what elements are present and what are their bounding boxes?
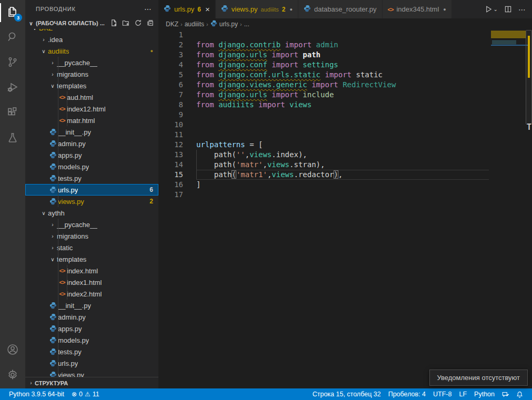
tab-problems-count: 2 — [282, 6, 286, 13]
tree-folder-templates[interactable]: ∨templates — [25, 80, 158, 91]
chevron-right-icon: › — [48, 245, 57, 251]
tab-views.py[interactable]: views.pyaudiiits2● — [216, 0, 298, 18]
refresh-icon[interactable] — [134, 19, 142, 28]
sidebar-more-actions-icon[interactable]: ⋯ — [144, 5, 152, 13]
python-file-icon — [221, 5, 228, 14]
tree-folder-__pycache__[interactable]: ›__pycache__ — [25, 219, 158, 230]
encoding-status[interactable]: UTF-8 — [429, 388, 455, 400]
eol-status[interactable]: LF — [455, 388, 470, 400]
tree-file-index1.html[interactable]: <>index1.html — [25, 276, 158, 288]
breadcrumb-item[interactable]: ... — [244, 20, 249, 28]
tree-item-label: templates — [57, 255, 86, 263]
tree-item-label: views.py — [58, 198, 84, 206]
tree-file-apps.py[interactable]: apps.py — [25, 149, 158, 161]
chevron-right-icon: › — [39, 37, 48, 43]
tree-file-index12.html[interactable]: <>index12.html — [25, 103, 158, 115]
activitybar-account[interactable] — [0, 338, 25, 363]
breadcrumb-item[interactable]: audiiits — [185, 20, 204, 28]
tree-folder-migrations[interactable]: ›migrations — [25, 68, 158, 80]
tree-folder-templates[interactable]: ∨templates — [25, 253, 158, 265]
python-interpreter-status[interactable]: Python 3.9.5 64-bit — [5, 388, 68, 400]
code-line-13: path('',views.index), — [196, 150, 489, 160]
close-icon[interactable]: × — [205, 5, 210, 14]
activitybar-source-control[interactable] — [0, 50, 25, 76]
code-line-12: urlpatterns = [ — [196, 140, 489, 150]
dirty-dot-icon[interactable]: ● — [443, 7, 446, 12]
problems-status[interactable]: ⊗ 0 ⚠ 11 — [68, 388, 103, 400]
activitybar-testing[interactable] — [0, 126, 25, 151]
tab-urls.py[interactable]: urls.py6× — [158, 0, 216, 18]
editor-group: urls.py6×views.pyaudiiits2●database_roou… — [158, 0, 532, 388]
tree-item-label: index2.html — [67, 290, 102, 298]
indent-guide — [58, 300, 58, 311]
explorer-badge: 3 — [14, 14, 22, 22]
tree-file-admin.py[interactable]: admin.py — [25, 311, 158, 323]
activitybar-settings[interactable] — [0, 363, 25, 388]
more-actions-icon[interactable]: ⋯ — [518, 5, 526, 14]
tree-file-index.html[interactable]: <>index.html — [25, 265, 158, 276]
breadcrumb-separator: › — [206, 21, 208, 27]
tree-file-urls.py[interactable]: urls.py — [25, 357, 158, 369]
indent-guide — [58, 334, 58, 346]
minimap[interactable] — [491, 30, 526, 388]
breadcrumb-item[interactable]: urls.py — [219, 20, 238, 28]
extensions-icon — [6, 106, 19, 121]
activitybar-search[interactable] — [0, 25, 25, 50]
tree-folder-__pycache__[interactable]: ›__pycache__ — [25, 57, 158, 68]
activitybar-explorer[interactable]: 3 — [0, 0, 25, 25]
chevron-down-icon: ∨ — [39, 48, 48, 54]
new-file-icon[interactable] — [110, 19, 118, 28]
dirty-dot-icon[interactable]: ● — [290, 7, 293, 12]
activitybar-run-debug[interactable] — [0, 76, 25, 101]
breadcrumb-item[interactable]: DKZ — [166, 20, 178, 28]
tree-folder-.idea[interactable]: ›.idea — [25, 34, 158, 45]
collapse-all-icon[interactable] — [146, 19, 154, 28]
tree-file-models.py[interactable]: models.py — [25, 161, 158, 172]
chevron-down-icon[interactable]: ⌄ — [494, 6, 498, 12]
tree-file-tests.py[interactable]: tests.py — [25, 346, 158, 357]
tree-file-apps.py[interactable]: apps.py — [25, 323, 158, 334]
notification-text: Уведомления отсутствуют — [437, 374, 520, 382]
gear-icon — [6, 368, 19, 383]
tree-file-__init__.py[interactable]: __init__.py — [25, 126, 158, 138]
python-file-icon — [48, 336, 58, 344]
tree-folder-aythh[interactable]: ∨aythh — [25, 207, 158, 219]
indentation-status[interactable]: Пробелов: 4 — [385, 388, 429, 400]
tree-file-views.py[interactable]: views.py — [25, 369, 158, 377]
tree-file-aud.html[interactable]: <>aud.html — [25, 91, 158, 103]
indent-guide — [58, 253, 58, 265]
tree-item-label: index.html — [67, 267, 98, 275]
explorer-sidebar: ПРОВОДНИК ⋯ ∨ (РАБОЧАЯ ОБЛАСТЬ) ... ∨DKZ… — [25, 0, 158, 388]
tree-file-tests.py[interactable]: tests.py — [25, 172, 158, 184]
indent-guide — [58, 346, 58, 357]
tree-file-models.py[interactable]: models.py — [25, 334, 158, 346]
tree-file-index2.html[interactable]: <>index2.html — [25, 288, 158, 300]
tab-label: database_roouter.py — [314, 5, 377, 13]
notifications-bell-icon[interactable] — [513, 388, 527, 400]
tree-file-admin.py[interactable]: admin.py — [25, 138, 158, 149]
split-editor-icon[interactable] — [504, 5, 512, 13]
code-editor[interactable]: 1234567891011121314151617 from django.co… — [158, 30, 532, 388]
run-icon[interactable]: ⌄ — [485, 5, 498, 13]
workspace-section-header[interactable]: ∨ (РАБОЧАЯ ОБЛАСТЬ) ... — [25, 17, 158, 29]
breadcrumb[interactable]: DKZ›audiiits›urls.py›... — [158, 18, 532, 30]
tree-folder-DKZ[interactable]: ∨DKZ● — [25, 29, 158, 34]
feedback-icon[interactable] — [498, 388, 513, 400]
code-line-9 — [196, 110, 489, 120]
tree-folder-migrations[interactable]: ›migrations — [25, 230, 158, 242]
outline-section-header[interactable]: › СТРУКТУРА — [25, 377, 158, 388]
tree-folder-static[interactable]: ›static — [25, 242, 158, 253]
tree-file-urls.py[interactable]: urls.py6 — [25, 184, 158, 196]
tree-folder-audiiits[interactable]: ∨audiiits● — [25, 45, 158, 57]
tree-file-matr.html[interactable]: <>matr.html — [25, 115, 158, 126]
tab-database_roouter.py[interactable]: database_roouter.py — [298, 0, 383, 18]
code-line-3: from django.urls import path — [196, 50, 489, 60]
activitybar-extensions[interactable] — [0, 101, 25, 126]
language-mode-status[interactable]: Python — [470, 388, 498, 400]
chevron-right-icon: › — [48, 71, 57, 77]
tree-file-__init__.py[interactable]: __init__.py — [25, 300, 158, 311]
tree-file-views.py[interactable]: views.py2 — [25, 196, 158, 207]
tab-index345.html[interactable]: <>index345.html● — [383, 0, 452, 18]
cursor-position-status[interactable]: Строка 15, столбец 32 — [309, 388, 385, 400]
new-folder-icon[interactable] — [122, 19, 130, 28]
